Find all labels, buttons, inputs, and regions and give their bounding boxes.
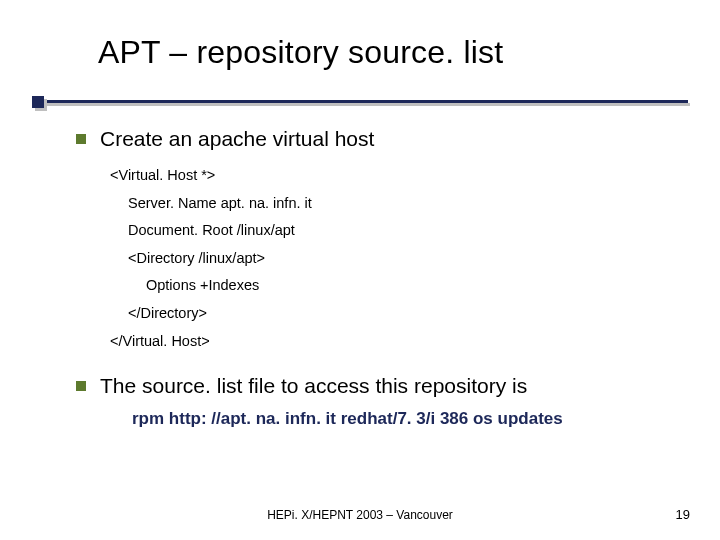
page-number: 19	[676, 507, 690, 522]
slide-title: APT – repository source. list	[98, 34, 503, 71]
rpm-source-line: rpm http: //apt. na. infn. it redhat/7. …	[132, 409, 680, 429]
code-line: </Virtual. Host>	[110, 328, 680, 356]
bullet-item: The source. list file to access this rep…	[76, 373, 680, 399]
apache-config-block: <Virtual. Host *> Server. Name apt. na. …	[110, 162, 680, 355]
code-line: Server. Name apt. na. infn. it	[110, 190, 680, 218]
code-line: Document. Root /linux/apt	[110, 217, 680, 245]
rule-square-decoration	[32, 96, 44, 108]
code-line: <Directory /linux/apt>	[110, 245, 680, 273]
bullet-item: Create an apache virtual host	[76, 126, 680, 152]
title-rule	[32, 96, 688, 110]
footer-text: HEPi. X/HEPNT 2003 – Vancouver	[0, 508, 720, 522]
bullet-square-icon	[76, 381, 86, 391]
bullet-text: The source. list file to access this rep…	[100, 373, 527, 399]
code-line: <Virtual. Host *>	[110, 162, 680, 190]
code-line: </Directory>	[110, 300, 680, 328]
code-line: Options +Indexes	[110, 272, 680, 300]
bullet-square-icon	[76, 134, 86, 144]
bullet-text: Create an apache virtual host	[100, 126, 374, 152]
